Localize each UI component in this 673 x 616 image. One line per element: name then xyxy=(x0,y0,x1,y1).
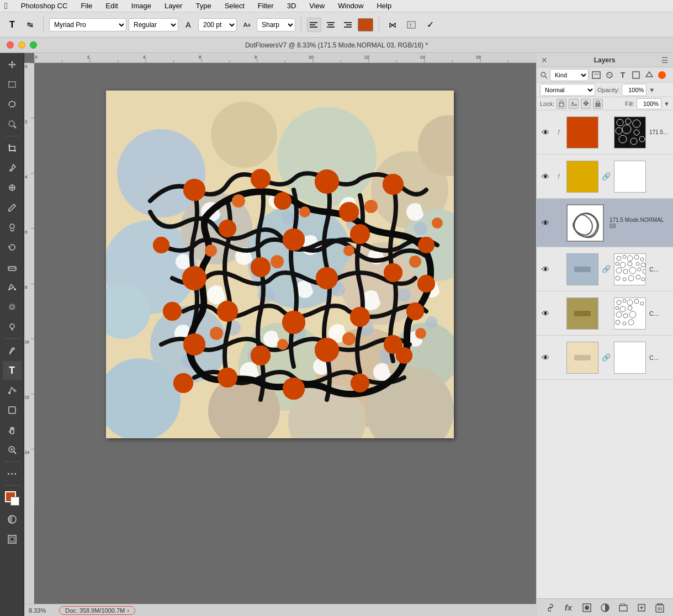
menu-photoshop[interactable]: Photoshop CC xyxy=(19,1,70,11)
menu-layer[interactable]: Layer xyxy=(162,1,185,11)
commit-btn[interactable]: ✓ xyxy=(422,17,438,33)
opacity-arrow-icon[interactable]: ▼ xyxy=(649,87,655,93)
layer-chain-icon xyxy=(602,309,611,318)
tool-zoom[interactable] xyxy=(3,440,22,459)
layer-visibility-toggle[interactable]: 👁 xyxy=(540,352,551,363)
font-size-icon: A xyxy=(181,17,196,33)
tool-crop[interactable] xyxy=(3,139,22,157)
layers-panel-options-btn[interactable]: ☰ xyxy=(661,56,669,65)
layers-panel-close-btn[interactable]: ✕ xyxy=(541,56,548,65)
tool-lasso[interactable] xyxy=(3,95,22,114)
menu-3d[interactable]: 3D xyxy=(285,1,299,11)
close-window-btn[interactable] xyxy=(7,41,14,49)
filter-shape-icon[interactable] xyxy=(630,70,642,81)
layer-name: C... xyxy=(649,354,670,361)
tool-shape[interactable] xyxy=(3,401,22,419)
anti-alias-select[interactable]: Sharp xyxy=(257,18,295,31)
filter-adjustment-icon[interactable] xyxy=(604,70,615,81)
link-layers-btn[interactable] xyxy=(544,601,557,614)
tool-screen-mode[interactable] xyxy=(3,530,22,549)
text-orientation-btn[interactable]: ↹ xyxy=(22,17,38,33)
lock-all-btn[interactable] xyxy=(593,99,603,109)
doc-info[interactable]: Doc: 358.9M/1000.7M › xyxy=(59,606,135,615)
align-section xyxy=(307,18,354,32)
apple-menu[interactable]:  xyxy=(4,1,8,11)
new-group-btn[interactable] xyxy=(617,601,630,614)
align-right-btn[interactable] xyxy=(340,18,354,32)
layer-item[interactable]: 👁 f 🔗 xyxy=(537,155,673,199)
tool-text[interactable]: T xyxy=(3,361,22,380)
tool-move[interactable] xyxy=(3,55,22,74)
tool-quick-select[interactable] xyxy=(3,115,22,134)
menu-window[interactable]: Window xyxy=(336,1,365,11)
tool-hand[interactable] xyxy=(3,421,22,439)
tool-marquee[interactable] xyxy=(3,75,22,94)
layer-visibility-toggle[interactable]: 👁 xyxy=(540,171,551,182)
lock-position-btn[interactable]: ✥ xyxy=(581,99,591,109)
tool-quick-mask[interactable] xyxy=(3,510,22,529)
tool-dodge[interactable] xyxy=(3,317,22,336)
filter-type-icon[interactable]: T xyxy=(617,70,628,81)
new-layer-btn[interactable] xyxy=(635,601,648,614)
warp-text-btn[interactable]: ⋈ xyxy=(385,17,400,33)
add-mask-btn[interactable] xyxy=(580,601,593,614)
layer-visibility-toggle[interactable]: 👁 xyxy=(540,217,551,229)
filter-smart-icon[interactable] xyxy=(644,70,655,81)
tool-brush[interactable] xyxy=(3,198,22,217)
menu-filter[interactable]: Filter xyxy=(256,1,276,11)
layer-visibility-toggle[interactable]: 👁 xyxy=(540,127,551,138)
tool-healing[interactable] xyxy=(3,178,22,197)
new-adjustment-btn[interactable] xyxy=(598,601,612,614)
layer-item-active[interactable]: 👁 171.5 Mode.NORMAL 03 xyxy=(537,199,673,247)
maximize-window-btn[interactable] xyxy=(30,41,37,49)
tool-history[interactable] xyxy=(3,238,22,257)
layer-chain-icon[interactable]: 🔗 xyxy=(602,353,611,362)
delete-layer-btn[interactable] xyxy=(653,601,666,614)
tool-blur[interactable] xyxy=(3,298,22,316)
menu-edit[interactable]: Edit xyxy=(103,1,120,11)
lock-transparency-btn[interactable] xyxy=(557,99,566,109)
color-fg-bg[interactable] xyxy=(3,489,22,508)
menu-view[interactable]: View xyxy=(307,1,327,11)
tool-pen[interactable] xyxy=(3,341,22,360)
layer-item[interactable]: 👁 🔗 C... xyxy=(537,336,673,380)
tool-fill[interactable] xyxy=(3,278,22,296)
font-family-select[interactable]: Myriad Pro xyxy=(49,18,126,31)
font-size-select[interactable]: 200 pt xyxy=(198,18,237,31)
tool-eraser[interactable] xyxy=(3,258,22,277)
align-center-btn[interactable] xyxy=(324,18,338,32)
blend-mode-select[interactable]: Normal xyxy=(540,84,595,96)
layer-item[interactable]: 👁 xyxy=(537,291,673,336)
filter-kind-select[interactable]: Kind xyxy=(550,69,589,81)
filter-pixel-icon[interactable] xyxy=(591,70,602,81)
opacity-input[interactable] xyxy=(622,84,646,96)
menu-image[interactable]: Image xyxy=(129,1,153,11)
menu-select[interactable]: Select xyxy=(222,1,247,11)
character-panel-btn[interactable]: T xyxy=(404,17,419,33)
add-style-btn[interactable]: fx xyxy=(562,601,575,614)
fill-arrow-icon[interactable]: ▼ xyxy=(664,100,670,107)
text-color-swatch[interactable] xyxy=(358,18,373,31)
menu-help[interactable]: Help xyxy=(374,1,394,11)
text-tool-type-btn[interactable]: T xyxy=(4,17,20,33)
superscript-btn[interactable]: Aa xyxy=(239,17,255,33)
layer-chain-icon[interactable]: 🔗 xyxy=(602,172,611,181)
tool-extra[interactable]: • • • xyxy=(3,464,22,483)
layer-item[interactable]: 👁 🔗 xyxy=(537,247,673,291)
lock-image-btn[interactable] xyxy=(569,99,579,109)
align-left-btn[interactable] xyxy=(307,18,321,32)
tool-path-select[interactable] xyxy=(3,381,22,400)
layer-chain-icon[interactable]: 🔗 xyxy=(602,265,611,274)
filter-toggle-btn[interactable] xyxy=(658,71,666,79)
layer-item[interactable]: 👁 f xyxy=(537,110,673,155)
toolbar-divider-3 xyxy=(379,17,379,33)
menu-file[interactable]: File xyxy=(78,1,94,11)
minimize-window-btn[interactable] xyxy=(18,41,25,49)
tool-clone[interactable] xyxy=(3,218,22,237)
menu-type[interactable]: Type xyxy=(193,1,213,11)
font-style-select[interactable]: Regular xyxy=(129,18,178,31)
layer-visibility-toggle[interactable]: 👁 xyxy=(540,308,551,319)
fill-input[interactable] xyxy=(637,98,661,109)
tool-eyedropper[interactable] xyxy=(3,158,22,177)
layer-visibility-toggle[interactable]: 👁 xyxy=(540,264,551,275)
